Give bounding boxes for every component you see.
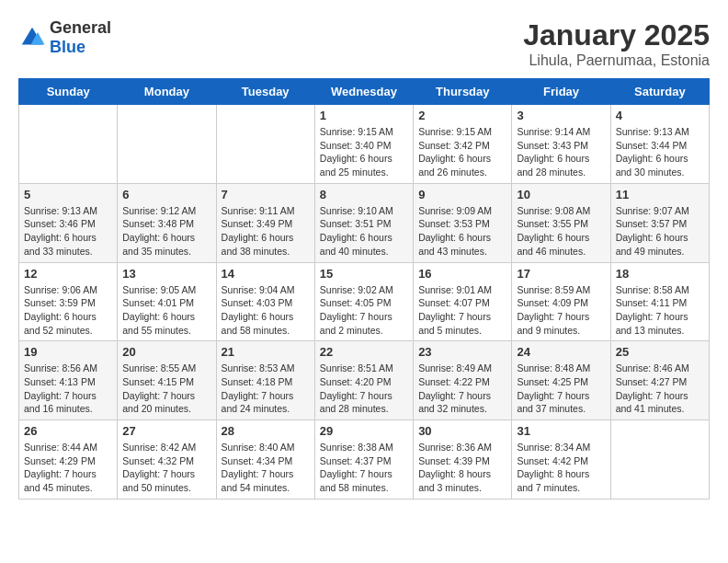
day-number-23: 23 <box>418 345 506 359</box>
empty-cell <box>610 420 709 500</box>
day-number-28: 28 <box>222 424 310 438</box>
day-info-10: Sunrise: 9:08 AM Sunset: 3:55 PM Dayligh… <box>517 204 605 259</box>
empty-cell <box>19 105 118 184</box>
day-cell-26: 26Sunrise: 8:44 AM Sunset: 4:29 PM Dayli… <box>19 420 118 500</box>
day-info-23: Sunrise: 8:49 AM Sunset: 4:22 PM Dayligh… <box>418 362 506 416</box>
day-cell-7: 7Sunrise: 9:11 AM Sunset: 3:49 PM Daylig… <box>216 183 314 262</box>
day-cell-30: 30Sunrise: 8:36 AM Sunset: 4:39 PM Dayli… <box>414 420 512 500</box>
week-row-3: 12Sunrise: 9:06 AM Sunset: 3:59 PM Dayli… <box>19 262 710 341</box>
day-cell-19: 19Sunrise: 8:56 AM Sunset: 4:13 PM Dayli… <box>19 341 118 420</box>
day-number-20: 20 <box>122 345 210 359</box>
logo-text-general: General <box>50 18 111 37</box>
day-number-19: 19 <box>24 345 112 359</box>
day-number-3: 3 <box>517 109 605 122</box>
day-info-2: Sunrise: 9:15 AM Sunset: 3:42 PM Dayligh… <box>418 125 506 179</box>
day-info-4: Sunrise: 9:13 AM Sunset: 3:44 PM Dayligh… <box>616 125 704 179</box>
weekday-header-wednesday: Wednesday <box>314 79 413 105</box>
day-info-31: Sunrise: 8:34 AM Sunset: 4:42 PM Dayligh… <box>517 441 605 495</box>
day-info-21: Sunrise: 8:53 AM Sunset: 4:18 PM Dayligh… <box>222 362 310 416</box>
day-number-22: 22 <box>320 345 408 359</box>
day-info-30: Sunrise: 8:36 AM Sunset: 4:39 PM Dayligh… <box>418 441 506 495</box>
day-info-18: Sunrise: 8:58 AM Sunset: 4:11 PM Dayligh… <box>616 283 704 338</box>
day-info-7: Sunrise: 9:11 AM Sunset: 3:49 PM Dayligh… <box>222 204 310 259</box>
calendar-body: 1Sunrise: 9:15 AM Sunset: 3:40 PM Daylig… <box>19 105 710 500</box>
day-number-1: 1 <box>320 109 408 122</box>
day-number-17: 17 <box>517 267 605 281</box>
calendar-subtitle: Lihula, Paernumaa, Estonia <box>523 52 710 69</box>
week-row-1: 1Sunrise: 9:15 AM Sunset: 3:40 PM Daylig… <box>19 105 710 184</box>
day-number-8: 8 <box>320 188 408 201</box>
page-header: General Blue January 2025 Lihula, Paernu… <box>18 18 710 69</box>
logo-text-blue: Blue <box>50 38 85 56</box>
weekday-header-monday: Monday <box>118 79 216 105</box>
day-number-9: 9 <box>418 188 506 201</box>
day-cell-10: 10Sunrise: 9:08 AM Sunset: 3:55 PM Dayli… <box>512 183 610 262</box>
week-row-4: 19Sunrise: 8:56 AM Sunset: 4:13 PM Dayli… <box>19 341 710 420</box>
day-cell-18: 18Sunrise: 8:58 AM Sunset: 4:11 PM Dayli… <box>610 262 709 341</box>
day-number-29: 29 <box>320 424 408 438</box>
day-number-7: 7 <box>222 188 310 201</box>
day-cell-5: 5Sunrise: 9:13 AM Sunset: 3:46 PM Daylig… <box>19 183 118 262</box>
week-row-2: 5Sunrise: 9:13 AM Sunset: 3:46 PM Daylig… <box>19 183 710 262</box>
day-cell-3: 3Sunrise: 9:14 AM Sunset: 3:43 PM Daylig… <box>512 105 610 184</box>
weekday-header-thursday: Thursday <box>414 79 512 105</box>
day-cell-8: 8Sunrise: 9:10 AM Sunset: 3:51 PM Daylig… <box>314 183 413 262</box>
week-row-5: 26Sunrise: 8:44 AM Sunset: 4:29 PM Dayli… <box>19 420 710 500</box>
weekday-header-saturday: Saturday <box>610 79 709 105</box>
day-info-5: Sunrise: 9:13 AM Sunset: 3:46 PM Dayligh… <box>24 204 112 259</box>
day-info-15: Sunrise: 9:02 AM Sunset: 4:05 PM Dayligh… <box>320 283 408 338</box>
weekday-header-friday: Friday <box>512 79 610 105</box>
day-cell-4: 4Sunrise: 9:13 AM Sunset: 3:44 PM Daylig… <box>610 105 709 184</box>
day-info-6: Sunrise: 9:12 AM Sunset: 3:48 PM Dayligh… <box>122 204 210 259</box>
day-cell-23: 23Sunrise: 8:49 AM Sunset: 4:22 PM Dayli… <box>414 341 512 420</box>
title-block: January 2025 Lihula, Paernumaa, Estonia <box>523 18 710 69</box>
day-number-31: 31 <box>517 424 605 438</box>
day-info-11: Sunrise: 9:07 AM Sunset: 3:57 PM Dayligh… <box>616 204 704 259</box>
day-number-2: 2 <box>418 109 506 122</box>
day-cell-17: 17Sunrise: 8:59 AM Sunset: 4:09 PM Dayli… <box>512 262 610 341</box>
calendar-title: January 2025 <box>523 18 710 52</box>
day-cell-22: 22Sunrise: 8:51 AM Sunset: 4:20 PM Dayli… <box>314 341 413 420</box>
day-number-4: 4 <box>616 109 704 122</box>
day-number-24: 24 <box>517 345 605 359</box>
day-cell-1: 1Sunrise: 9:15 AM Sunset: 3:40 PM Daylig… <box>314 105 413 184</box>
empty-cell <box>118 105 216 184</box>
day-cell-9: 9Sunrise: 9:09 AM Sunset: 3:53 PM Daylig… <box>414 183 512 262</box>
day-number-14: 14 <box>222 267 310 281</box>
day-info-1: Sunrise: 9:15 AM Sunset: 3:40 PM Dayligh… <box>320 125 408 179</box>
weekday-header-sunday: Sunday <box>19 79 118 105</box>
day-number-26: 26 <box>24 424 112 438</box>
day-info-22: Sunrise: 8:51 AM Sunset: 4:20 PM Dayligh… <box>320 362 408 416</box>
calendar-table: SundayMondayTuesdayWednesdayThursdayFrid… <box>18 78 710 500</box>
day-number-12: 12 <box>24 267 112 281</box>
day-info-27: Sunrise: 8:42 AM Sunset: 4:32 PM Dayligh… <box>122 441 210 495</box>
day-cell-28: 28Sunrise: 8:40 AM Sunset: 4:34 PM Dayli… <box>216 420 314 500</box>
weekday-header-tuesday: Tuesday <box>216 79 314 105</box>
day-info-20: Sunrise: 8:55 AM Sunset: 4:15 PM Dayligh… <box>122 362 210 416</box>
day-cell-31: 31Sunrise: 8:34 AM Sunset: 4:42 PM Dayli… <box>512 420 610 500</box>
day-number-11: 11 <box>616 188 704 201</box>
day-info-19: Sunrise: 8:56 AM Sunset: 4:13 PM Dayligh… <box>24 362 112 416</box>
day-info-26: Sunrise: 8:44 AM Sunset: 4:29 PM Dayligh… <box>24 441 112 495</box>
day-cell-11: 11Sunrise: 9:07 AM Sunset: 3:57 PM Dayli… <box>610 183 709 262</box>
day-cell-16: 16Sunrise: 9:01 AM Sunset: 4:07 PM Dayli… <box>414 262 512 341</box>
day-number-30: 30 <box>418 424 506 438</box>
day-number-13: 13 <box>122 267 210 281</box>
day-info-17: Sunrise: 8:59 AM Sunset: 4:09 PM Dayligh… <box>517 283 605 338</box>
day-info-16: Sunrise: 9:01 AM Sunset: 4:07 PM Dayligh… <box>418 283 506 338</box>
day-number-5: 5 <box>24 188 112 201</box>
day-cell-15: 15Sunrise: 9:02 AM Sunset: 4:05 PM Dayli… <box>314 262 413 341</box>
logo-icon <box>18 24 46 52</box>
day-cell-27: 27Sunrise: 8:42 AM Sunset: 4:32 PM Dayli… <box>118 420 216 500</box>
day-cell-29: 29Sunrise: 8:38 AM Sunset: 4:37 PM Dayli… <box>314 420 413 500</box>
day-info-12: Sunrise: 9:06 AM Sunset: 3:59 PM Dayligh… <box>24 283 112 338</box>
day-info-25: Sunrise: 8:46 AM Sunset: 4:27 PM Dayligh… <box>616 362 704 416</box>
day-info-3: Sunrise: 9:14 AM Sunset: 3:43 PM Dayligh… <box>517 125 605 179</box>
day-info-24: Sunrise: 8:48 AM Sunset: 4:25 PM Dayligh… <box>517 362 605 416</box>
day-info-28: Sunrise: 8:40 AM Sunset: 4:34 PM Dayligh… <box>222 441 310 495</box>
day-cell-20: 20Sunrise: 8:55 AM Sunset: 4:15 PM Dayli… <box>118 341 216 420</box>
day-cell-24: 24Sunrise: 8:48 AM Sunset: 4:25 PM Dayli… <box>512 341 610 420</box>
day-number-25: 25 <box>616 345 704 359</box>
empty-cell <box>216 105 314 184</box>
day-number-6: 6 <box>122 188 210 201</box>
